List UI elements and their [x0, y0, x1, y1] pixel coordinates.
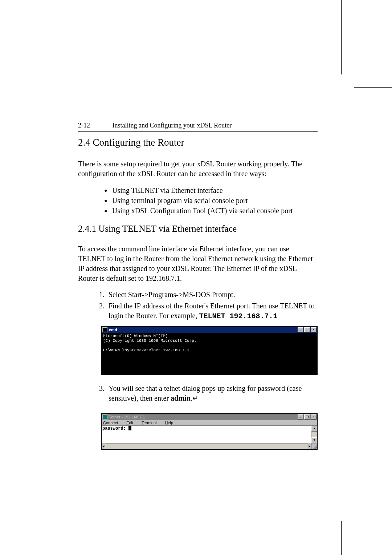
crop-mark-right — [341, 0, 342, 555]
cmd-line-1: Microsoft(R) Windows NT(TM) — [103, 334, 168, 338]
telnet-title: Telnet - 192.168.7.1 — [109, 415, 145, 419]
access-methods-list: Using TELNET via Ethernet interface Usin… — [104, 185, 318, 216]
steps-list: Select Start->Programs->MS-DOS Prompt. F… — [94, 290, 318, 321]
close-button[interactable] — [311, 414, 317, 420]
menu-terminal-label: erminal — [143, 421, 156, 425]
subsection-paragraph: To access the command line interface via… — [78, 244, 318, 283]
steps-list-cont: You will see that a telnet dialog pops u… — [94, 384, 318, 403]
scroll-down-button[interactable]: ▼ — [311, 437, 317, 443]
maximize-button[interactable] — [304, 327, 310, 332]
telnet-client-area: password: ▲ ▼ — [102, 426, 317, 443]
cmd-title: cmd — [109, 328, 117, 332]
menu-connect-label: onnect — [106, 421, 118, 425]
vertical-scrollbar[interactable]: ▲ ▼ — [311, 426, 317, 443]
page-content: 2-12 Installing and Configuring your xDS… — [78, 122, 318, 458]
step-3: You will see that a telnet dialog pops u… — [106, 384, 318, 403]
cmd-titlebar: cmd — [102, 327, 317, 333]
enter-symbol: .↵ — [191, 394, 199, 402]
running-header: 2-12 Installing and Configuring your xDS… — [78, 122, 318, 129]
menu-edit[interactable]: Edit — [126, 421, 137, 425]
menu-edit-label: dit — [129, 421, 133, 425]
horizontal-scrollbar[interactable]: ◄ ► — [102, 443, 317, 449]
crop-mark-top — [0, 87, 392, 88]
scroll-left-button[interactable]: ◄ — [102, 443, 105, 449]
subsection-heading: 2.4.1 Using TELNET via Ethernet interfac… — [78, 224, 318, 234]
cmd-icon — [102, 327, 107, 332]
step-3-password: admin — [171, 394, 190, 402]
cmd-terminal-body: Microsoft(R) Windows NT(TM) (C) Copyrigh… — [102, 333, 317, 374]
minimize-button[interactable] — [298, 414, 303, 420]
telnet-titlebar: Telnet - 192.168.7.1 — [102, 414, 317, 420]
running-title: Installing and Configuring your xDSL Rou… — [113, 122, 232, 129]
crop-mark-bottom — [0, 534, 392, 534]
telnet-menubar: Connect Edit Terminal Help — [102, 420, 317, 426]
bullet-item: Using TELNET via Ethernet interface — [104, 185, 318, 195]
intro-paragraph: There is some setup required to get your… — [78, 159, 318, 179]
bullet-item: Using terminal program via serial consol… — [104, 195, 318, 206]
menu-connect[interactable]: Connect — [103, 421, 122, 425]
cmd-line-2: (C) Copyright 1985-1996 Microsoft Corp. — [103, 339, 196, 343]
menu-help-label: elp — [168, 421, 173, 425]
page-number: 2-12 — [78, 122, 111, 129]
subsection-number: 2.4.1 — [78, 224, 96, 234]
step-1: Select Start->Programs->MS-DOS Prompt. — [106, 290, 318, 300]
section-title: Configuring the Router — [93, 137, 184, 148]
telnet-prompt: password: — [102, 426, 128, 431]
section-heading: 2.4 Configuring the Router — [78, 137, 318, 148]
telnet-terminal-body[interactable]: password: — [102, 426, 311, 443]
bullet-item: Using xDSL Configuration Tool (ACT) via … — [104, 206, 318, 216]
crop-mark-left — [51, 0, 51, 555]
close-button[interactable] — [311, 327, 317, 332]
subsection-title: Using TELNET via Ethernet interface — [98, 224, 237, 234]
scroll-right-button[interactable]: ► — [308, 443, 311, 449]
resize-grip[interactable] — [311, 443, 317, 449]
menu-help[interactable]: Help — [165, 421, 177, 425]
step-2-command: TELNET 192.168.7.1 — [199, 312, 277, 320]
minimize-button[interactable] — [298, 327, 303, 332]
header-rule — [78, 131, 318, 132]
restore-button[interactable] — [304, 414, 310, 420]
menu-terminal[interactable]: Terminal — [142, 421, 160, 425]
step-3-text: You will see that a telnet dialog pops u… — [109, 384, 302, 402]
scroll-up-button[interactable]: ▲ — [311, 426, 317, 432]
telnet-window-screenshot: Telnet - 192.168.7.1 Connect Edit Termin… — [101, 413, 318, 450]
scroll-track[interactable] — [105, 443, 308, 449]
page: 2-12 Installing and Configuring your xDS… — [0, 0, 392, 555]
step-2: Find the IP address of the Router's Ethe… — [106, 301, 318, 321]
cmd-prompt-line: C:\WINNT\system32>telnet 192.168.7.1 — [103, 348, 189, 352]
scroll-track[interactable] — [311, 432, 317, 437]
text-cursor — [128, 426, 131, 430]
cmd-window-screenshot: cmd Microsoft(R) Windows NT(TM) (C) Copy… — [101, 326, 318, 375]
telnet-icon — [102, 414, 107, 420]
section-number: 2.4 — [78, 137, 90, 148]
